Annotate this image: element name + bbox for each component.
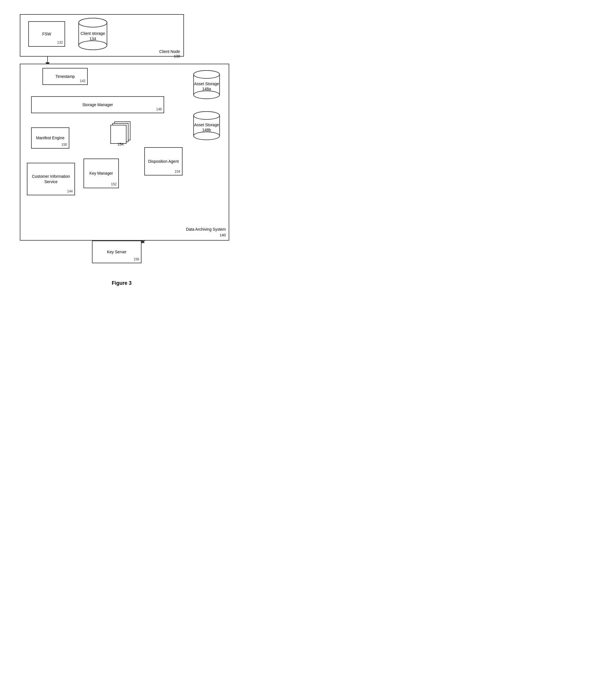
key-manager-label: Key Manager [89,171,113,176]
disposition-agent-label: Disposition Agent [148,159,178,164]
manifest-engine-label: Manifest Engine [36,135,64,140]
client-node-number: 130 [174,54,180,58]
das-number: 140 [220,233,226,237]
pages-stack: 154 [109,120,132,146]
timestamp-number: 142 [80,79,85,84]
key-server-number: 156 [134,257,139,262]
storage-manager-label: Storage Manager [82,102,113,107]
manifest-engine-box: Manifest Engine 150 [31,127,69,149]
fsw-number: 132 [57,40,63,45]
asset-storage-1-cylinder: Asset Storage 148a [191,69,222,101]
svg-point-35 [79,18,107,27]
diagram: Client Node 130 FSW 132 Client storage 1… [6,8,238,275]
key-manager-box: Key Manager 152 [84,158,119,188]
timestamp-box: Timestamp 142 [42,68,88,85]
svg-point-43 [194,112,220,119]
fsw-label: FSW [42,31,51,36]
figure-caption: Figure 3 [112,280,132,286]
storage-manager-number: 146 [156,107,162,112]
customer-info-service-label: Customer Information Service [28,174,74,184]
svg-point-39 [194,70,220,79]
asset-storage-2-cylinder: Asset Storage 148b [191,110,222,141]
svg-point-38 [194,91,220,99]
pages-number: 154 [118,142,124,146]
fsw-box: FSW 132 [28,21,65,47]
customer-info-service-box: Customer Information Service 144 [27,163,75,195]
key-server-box: Key Server 156 [92,241,141,263]
das-label: Data Archiving System [186,227,226,232]
key-server-label: Key Server [107,250,126,255]
svg-rect-46 [111,125,126,143]
client-storage-text: Client storage 134 [81,31,105,41]
disposition-agent-box: Disposition Agent 154 [144,147,182,175]
timestamp-label: Timestamp [55,74,75,79]
manifest-engine-number: 150 [62,143,67,147]
client-node-label: Client Node [159,49,180,54]
svg-point-34 [79,41,107,50]
storage-manager-box: Storage Manager 146 [31,96,164,113]
client-storage-cylinder: Client storage 134 [76,17,110,51]
customer-info-service-number: 144 [67,189,73,194]
asset-storage-2-text: Asset Storage 148b [194,122,219,133]
key-manager-number: 152 [111,182,117,187]
svg-point-42 [194,132,220,140]
asset-storage-1-text: Asset Storage 148a [194,81,219,91]
disposition-agent-number: 154 [175,170,180,174]
